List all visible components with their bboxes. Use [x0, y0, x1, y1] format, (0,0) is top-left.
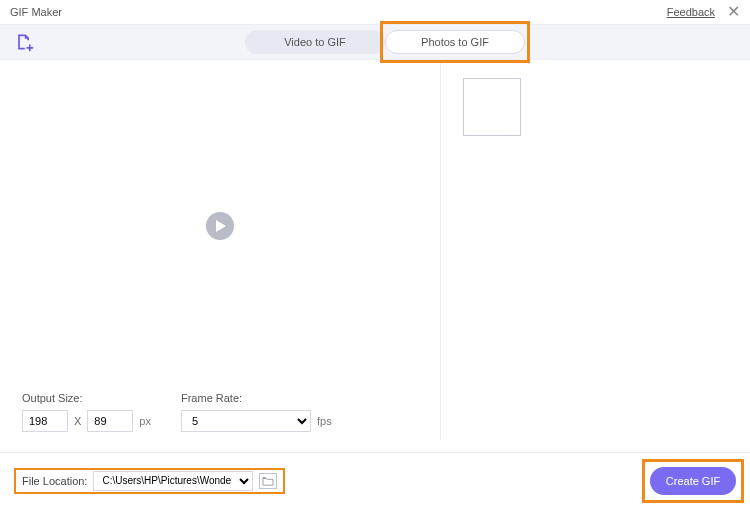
preview-area	[0, 60, 440, 392]
output-settings: Output Size: X px Frame Rate: 5 fps	[0, 392, 440, 440]
preview-pane: Output Size: X px Frame Rate: 5 fps	[0, 60, 440, 440]
frame-rate-group: Frame Rate: 5 fps	[181, 392, 332, 432]
px-unit: px	[139, 415, 151, 427]
size-separator: X	[74, 415, 81, 427]
create-gif-wrap: Create GIF	[650, 467, 736, 495]
thumbnail-slot[interactable]	[463, 78, 521, 136]
feedback-link[interactable]: Feedback	[667, 6, 715, 18]
open-folder-button[interactable]	[259, 473, 277, 489]
tab-photos-to-gif[interactable]: Photos to GIF	[385, 30, 525, 54]
output-width-input[interactable]	[22, 410, 68, 432]
file-location-select[interactable]: C:\Users\HP\Pictures\Wondersh	[93, 471, 253, 491]
titlebar-right: Feedback ✕	[667, 4, 740, 20]
play-button[interactable]	[206, 212, 234, 240]
output-size-label: Output Size:	[22, 392, 151, 404]
tabs: Video to GIF Photos to GIF	[34, 30, 736, 54]
fps-unit: fps	[317, 415, 332, 427]
close-icon[interactable]: ✕	[727, 4, 740, 20]
toolbar: Video to GIF Photos to GIF	[0, 24, 750, 60]
main-area: Output Size: X px Frame Rate: 5 fps	[0, 60, 750, 440]
title-bar: GIF Maker Feedback ✕	[0, 0, 750, 24]
window-title: GIF Maker	[10, 6, 62, 18]
footer: File Location: C:\Users\HP\Pictures\Wond…	[0, 452, 750, 508]
folder-icon	[262, 476, 274, 486]
tab-video-to-gif[interactable]: Video to GIF	[245, 30, 385, 54]
tab-photos-label: Photos to GIF	[421, 36, 489, 48]
add-file-icon[interactable]	[14, 32, 34, 52]
frame-rate-select[interactable]: 5	[181, 410, 311, 432]
file-location-group: File Location: C:\Users\HP\Pictures\Wond…	[14, 468, 285, 494]
output-size-group: Output Size: X px	[22, 392, 151, 432]
frame-rate-label: Frame Rate:	[181, 392, 332, 404]
output-height-input[interactable]	[87, 410, 133, 432]
thumbnail-pane	[440, 60, 750, 440]
tab-video-label: Video to GIF	[284, 36, 346, 48]
file-location-label: File Location:	[22, 475, 87, 487]
play-icon	[215, 220, 227, 232]
create-gif-button[interactable]: Create GIF	[650, 467, 736, 495]
